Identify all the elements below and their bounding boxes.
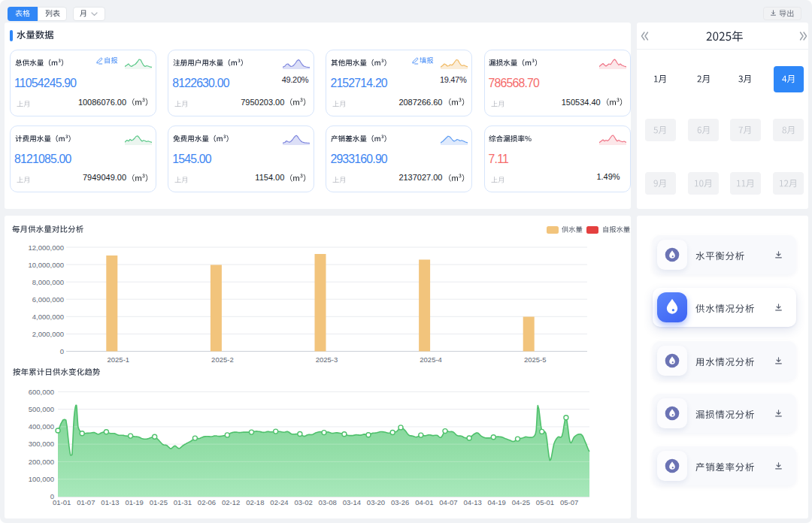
- svg-text:03-02: 03-02: [294, 498, 312, 506]
- svg-text:02-24: 02-24: [270, 498, 288, 506]
- svg-text:01-01: 01-01: [53, 498, 71, 506]
- svg-text:05-01: 05-01: [536, 498, 554, 506]
- svg-text:01-25: 01-25: [150, 498, 168, 506]
- svg-text:01-19: 01-19: [125, 498, 143, 506]
- svg-text:02-18: 02-18: [246, 498, 264, 506]
- svg-text:500,000: 500,000: [29, 405, 54, 413]
- svg-text:600,000: 600,000: [29, 388, 54, 396]
- svg-text:02-06: 02-06: [198, 498, 216, 506]
- svg-text:04-13: 04-13: [463, 498, 481, 506]
- svg-text:04-01: 04-01: [415, 498, 433, 506]
- svg-text:400,000: 400,000: [29, 422, 54, 431]
- svg-text:300,000: 300,000: [29, 440, 54, 448]
- svg-text:02-12: 02-12: [222, 498, 240, 506]
- svg-text:01-07: 01-07: [77, 498, 95, 506]
- svg-text:04-25: 04-25: [512, 498, 530, 506]
- svg-text:04-19: 04-19: [488, 498, 506, 506]
- svg-text:03-20: 03-20: [367, 498, 385, 506]
- svg-text:01-31: 01-31: [174, 498, 192, 506]
- svg-text:03-26: 03-26: [391, 498, 409, 506]
- svg-text:03-08: 03-08: [319, 498, 337, 506]
- svg-text:03-14: 03-14: [343, 498, 361, 506]
- svg-text:04-07: 04-07: [439, 498, 457, 506]
- svg-text:01-13: 01-13: [101, 498, 119, 506]
- svg-text:200,000: 200,000: [29, 458, 54, 466]
- svg-text:05-07: 05-07: [560, 498, 578, 506]
- svg-text:100,000: 100,000: [29, 475, 54, 483]
